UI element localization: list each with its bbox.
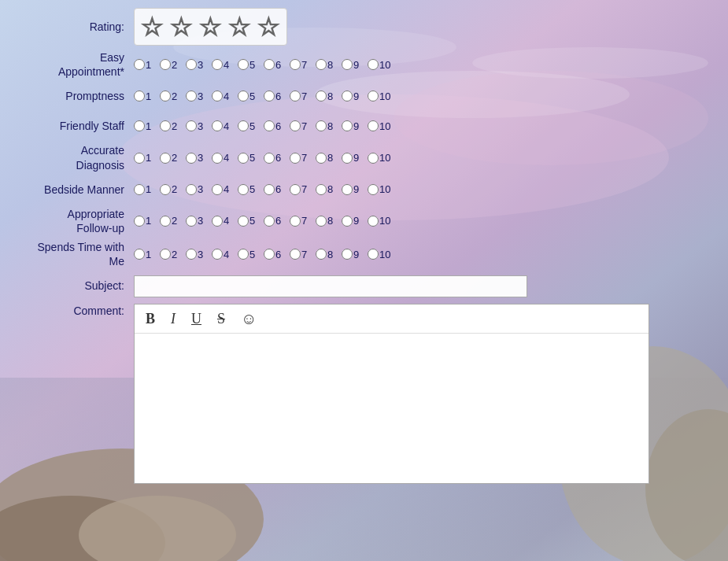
- radio-promptness-3[interactable]: [186, 90, 197, 101]
- radio-friendly_staff-5[interactable]: [238, 120, 249, 131]
- radio-accurate_diagnosis-3[interactable]: [186, 153, 197, 164]
- radio-bedside_manner-3[interactable]: [186, 184, 197, 195]
- star-4[interactable]: ☆: [228, 12, 251, 42]
- radio-item: 4: [212, 152, 235, 164]
- radio-easy_appointment-6[interactable]: [264, 59, 275, 70]
- radio-promptness-5[interactable]: [238, 90, 249, 101]
- subject-row: Subject:: [0, 274, 728, 299]
- radio-promptness-1[interactable]: [134, 90, 145, 101]
- comment-body[interactable]: [135, 334, 649, 483]
- radio-easy_appointment-10[interactable]: [368, 59, 379, 70]
- row-friendly_staff: Friendly Staff12345678910: [0, 113, 728, 138]
- radio-accurate_diagnosis-1[interactable]: [134, 153, 145, 164]
- radio-item: 10: [368, 152, 390, 164]
- radio-label-accurate_diagnosis-9: 9: [353, 152, 364, 164]
- radio-promptness-4[interactable]: [212, 90, 223, 101]
- radio-easy_appointment-3[interactable]: [186, 59, 197, 70]
- radio-appropriate_followup-8[interactable]: [316, 216, 327, 227]
- emoji-button[interactable]: ☺: [238, 309, 260, 328]
- radio-bedside_manner-10[interactable]: [368, 184, 379, 195]
- radio-easy_appointment-4[interactable]: [212, 59, 223, 70]
- radio-label-accurate_diagnosis-4: 4: [224, 152, 235, 164]
- radio-accurate_diagnosis-7[interactable]: [290, 153, 301, 164]
- radio-appropriate_followup-5[interactable]: [238, 216, 249, 227]
- rating-stars[interactable]: ☆ ☆ ☆ ☆ ☆: [134, 8, 287, 46]
- radio-appropriate_followup-10[interactable]: [368, 216, 379, 227]
- star-5[interactable]: ☆: [257, 12, 280, 42]
- radio-appropriate_followup-3[interactable]: [186, 216, 197, 227]
- radio-easy_appointment-1[interactable]: [134, 59, 145, 70]
- radio-appropriate_followup-6[interactable]: [264, 216, 275, 227]
- radio-bedside_manner-8[interactable]: [316, 184, 327, 195]
- radio-item: 9: [342, 152, 364, 164]
- radio-friendly_staff-9[interactable]: [342, 120, 353, 131]
- radio-promptness-10[interactable]: [368, 90, 379, 101]
- radio-appropriate_followup-2[interactable]: [160, 216, 171, 227]
- radio-bedside_manner-6[interactable]: [264, 184, 275, 195]
- radio-friendly_staff-2[interactable]: [160, 120, 171, 131]
- radio-easy_appointment-9[interactable]: [342, 59, 353, 70]
- radio-easy_appointment-7[interactable]: [290, 59, 301, 70]
- radio-accurate_diagnosis-2[interactable]: [160, 153, 171, 164]
- radio-item: 9: [342, 215, 364, 227]
- radio-label-friendly_staff-10: 10: [379, 120, 390, 132]
- radio-appropriate_followup-4[interactable]: [212, 216, 223, 227]
- radio-friendly_staff-1[interactable]: [134, 120, 145, 131]
- radio-appropriate_followup-7[interactable]: [290, 216, 301, 227]
- radio-appropriate_followup-9[interactable]: [342, 216, 353, 227]
- radio-spends_time_with_me-9[interactable]: [342, 249, 353, 260]
- radio-spends_time_with_me-7[interactable]: [290, 249, 301, 260]
- radio-item: 6: [264, 120, 286, 132]
- star-1[interactable]: ☆: [141, 12, 164, 42]
- radio-label-spends_time_with_me-9: 9: [353, 249, 364, 260]
- radio-spends_time_with_me-4[interactable]: [212, 249, 223, 260]
- radio-promptness-9[interactable]: [342, 90, 353, 101]
- radio-spends_time_with_me-10[interactable]: [368, 249, 379, 260]
- radio-promptness-6[interactable]: [264, 90, 275, 101]
- radio-bedside_manner-2[interactable]: [160, 184, 171, 195]
- radio-accurate_diagnosis-9[interactable]: [342, 153, 353, 164]
- radio-spends_time_with_me-5[interactable]: [238, 249, 249, 260]
- radio-accurate_diagnosis-4[interactable]: [212, 153, 223, 164]
- radio-item: 8: [316, 90, 338, 102]
- radio-accurate_diagnosis-8[interactable]: [316, 153, 327, 164]
- radio-spends_time_with_me-6[interactable]: [264, 249, 275, 260]
- radio-bedside_manner-4[interactable]: [212, 184, 223, 195]
- radio-item: 5: [238, 59, 261, 71]
- radio-friendly_staff-6[interactable]: [264, 120, 275, 131]
- radio-accurate_diagnosis-5[interactable]: [238, 153, 249, 164]
- radio-appropriate_followup-1[interactable]: [134, 216, 145, 227]
- radio-promptness-2[interactable]: [160, 90, 171, 101]
- radio-accurate_diagnosis-6[interactable]: [264, 153, 275, 164]
- radio-spends_time_with_me-1[interactable]: [134, 249, 145, 260]
- star-3[interactable]: ☆: [199, 12, 222, 42]
- strikethrough-button[interactable]: S: [214, 310, 228, 327]
- radio-friendly_staff-4[interactable]: [212, 120, 223, 131]
- underline-button[interactable]: U: [188, 310, 205, 327]
- bold-button[interactable]: B: [142, 310, 158, 327]
- radio-friendly_staff-8[interactable]: [316, 120, 327, 131]
- radio-spends_time_with_me-2[interactable]: [160, 249, 171, 260]
- radio-bedside_manner-9[interactable]: [342, 184, 353, 195]
- italic-button[interactable]: I: [168, 310, 179, 327]
- radio-friendly_staff-10[interactable]: [368, 120, 379, 131]
- radio-item: 5: [238, 152, 261, 164]
- radio-bedside_manner-5[interactable]: [238, 184, 249, 195]
- radio-easy_appointment-5[interactable]: [238, 59, 249, 70]
- radio-easy_appointment-2[interactable]: [160, 59, 171, 70]
- radio-easy_appointment-8[interactable]: [316, 59, 327, 70]
- radio-friendly_staff-3[interactable]: [186, 120, 197, 131]
- radio-spends_time_with_me-8[interactable]: [316, 249, 327, 260]
- radio-friendly_staff-7[interactable]: [290, 120, 301, 131]
- radio-item: 9: [342, 59, 364, 71]
- radio-promptness-7[interactable]: [290, 90, 301, 101]
- subject-input[interactable]: [134, 275, 527, 297]
- radio-spends_time_with_me-3[interactable]: [186, 249, 197, 260]
- radio-bedside_manner-1[interactable]: [134, 184, 145, 195]
- star-2[interactable]: ☆: [170, 12, 193, 42]
- radio-bedside_manner-7[interactable]: [290, 184, 301, 195]
- radio-accurate_diagnosis-10[interactable]: [368, 153, 379, 164]
- radio-promptness-8[interactable]: [316, 90, 327, 101]
- radio-label-friendly_staff-2: 2: [172, 120, 183, 132]
- radio-label-bedside_manner-8: 8: [327, 183, 338, 195]
